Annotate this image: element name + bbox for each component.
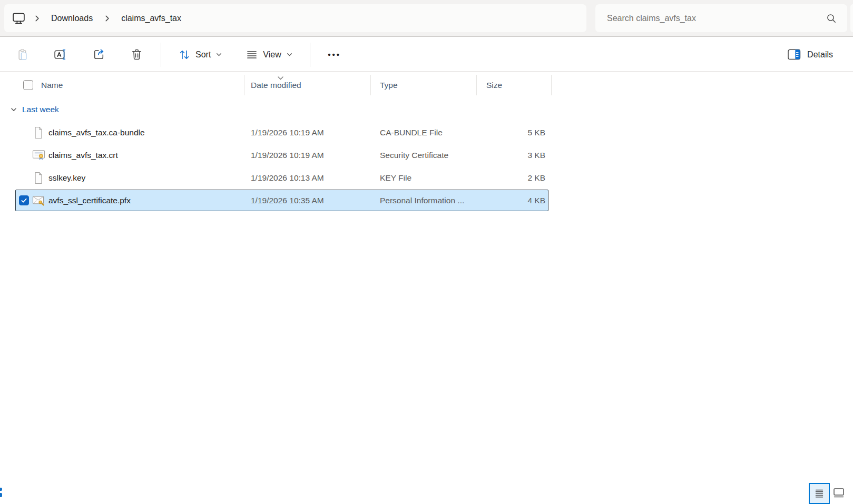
- clipped-panel-edge: [850, 4, 853, 32]
- file-name: sslkey.key: [48, 173, 85, 183]
- file-date: 1/19/2026 10:35 AM: [244, 189, 371, 212]
- view-icon: [246, 48, 258, 61]
- address-row: Downloads claims_avfs_tax: [0, 0, 853, 37]
- view-button[interactable]: View: [240, 43, 298, 66]
- search-box[interactable]: [595, 4, 847, 32]
- this-pc-monitor-icon[interactable]: [12, 11, 26, 25]
- toolbar-divider: [310, 43, 310, 67]
- document-icon: [32, 172, 45, 184]
- group-header-last-week[interactable]: Last week: [0, 98, 853, 121]
- file-name: claims_avfs_tax.crt: [48, 151, 118, 160]
- column-header-type[interactable]: Type: [371, 72, 477, 98]
- column-label-type: Type: [380, 81, 398, 90]
- paste-icon: [16, 48, 30, 61]
- column-header-name[interactable]: Name: [0, 72, 244, 98]
- details-view-toggle-active[interactable]: [809, 483, 830, 504]
- toolbar-divider: [161, 43, 161, 67]
- file-size: 5 KB: [477, 121, 552, 144]
- breadcrumb[interactable]: Downloads claims_avfs_tax: [4, 4, 586, 32]
- chevron-down-icon: [286, 51, 293, 58]
- column-header-size[interactable]: Size: [477, 72, 552, 98]
- chevron-down-icon: [215, 51, 222, 58]
- pfx-certificate-icon: [32, 194, 45, 206]
- column-header-row: Name Date modified Type Size: [0, 72, 552, 98]
- breadcrumb-claims-avfs-tax[interactable]: claims_avfs_tax: [118, 12, 184, 25]
- row-checkbox-checked[interactable]: [19, 195, 29, 205]
- sort-icon: [178, 48, 191, 61]
- more-options-button[interactable]: •••: [323, 43, 346, 66]
- details-pane-icon: [788, 49, 801, 60]
- file-date: 1/19/2026 10:19 AM: [244, 144, 371, 166]
- file-name: avfs_ssl_certificate.pfx: [48, 196, 131, 205]
- select-all-checkbox[interactable]: [23, 80, 33, 90]
- file-type: Security Certificate: [371, 144, 477, 166]
- share-icon: [92, 48, 105, 61]
- sort-button[interactable]: Sort: [173, 43, 228, 66]
- delete-icon: [130, 48, 143, 61]
- column-header-date-modified[interactable]: Date modified: [244, 72, 371, 98]
- file-name: claims_avfs_tax.ca-bundle: [48, 128, 145, 137]
- file-row-sslkey[interactable]: sslkey.key 1/19/2026 10:13 AM KEY File 2…: [0, 166, 853, 189]
- sort-descending-icon: [277, 73, 284, 83]
- paste-button[interactable]: [11, 43, 34, 66]
- clipped-status-glyph: [0, 487, 2, 497]
- file-type: KEY File: [371, 166, 477, 189]
- details-label: Details: [807, 50, 833, 60]
- details-view-icon: [814, 488, 825, 499]
- column-label-size: Size: [486, 81, 502, 90]
- file-row-pfx-selected[interactable]: avfs_ssl_certificate.pfx 1/19/2026 10:35…: [0, 189, 853, 212]
- command-toolbar: Sort View ••• Details: [0, 38, 853, 72]
- rename-icon: [54, 48, 68, 61]
- file-size: 4 KB: [477, 189, 552, 212]
- file-date: 1/19/2026 10:13 AM: [244, 166, 371, 189]
- file-size: 2 KB: [477, 166, 552, 189]
- file-type: Personal Information ...: [371, 189, 477, 212]
- view-label: View: [263, 50, 281, 60]
- search-input[interactable]: [607, 14, 826, 23]
- certificate-icon: [32, 149, 45, 161]
- chevron-right-icon: [103, 15, 111, 22]
- file-size: 3 KB: [477, 144, 552, 166]
- chevron-down-icon[interactable]: [10, 106, 17, 113]
- search-icon[interactable]: [826, 13, 837, 24]
- file-row-ca-bundle[interactable]: claims_avfs_tax.ca-bundle 1/19/2026 10:1…: [0, 121, 853, 144]
- rename-button[interactable]: [49, 43, 72, 66]
- file-type: CA-BUNDLE File: [371, 121, 477, 144]
- breadcrumb-downloads[interactable]: Downloads: [48, 12, 96, 25]
- thumbnail-view-icon: [833, 488, 845, 498]
- delete-button[interactable]: [125, 43, 148, 66]
- group-label: Last week: [22, 105, 59, 114]
- column-label-name: Name: [41, 81, 63, 90]
- file-date: 1/19/2026 10:19 AM: [244, 121, 371, 144]
- details-pane-button[interactable]: Details: [782, 43, 838, 66]
- file-row-crt[interactable]: claims_avfs_tax.crt 1/19/2026 10:19 AM S…: [0, 144, 853, 166]
- column-label-date-modified: Date modified: [251, 81, 301, 90]
- chevron-right-icon: [33, 15, 41, 22]
- sort-label: Sort: [195, 50, 211, 60]
- share-button[interactable]: [87, 43, 110, 66]
- thumbnail-view-toggle[interactable]: [832, 487, 845, 499]
- ellipsis-icon: •••: [328, 50, 341, 59]
- file-list: Last week claims_avfs_tax.ca-bundle 1/19…: [0, 98, 853, 212]
- document-icon: [32, 126, 45, 139]
